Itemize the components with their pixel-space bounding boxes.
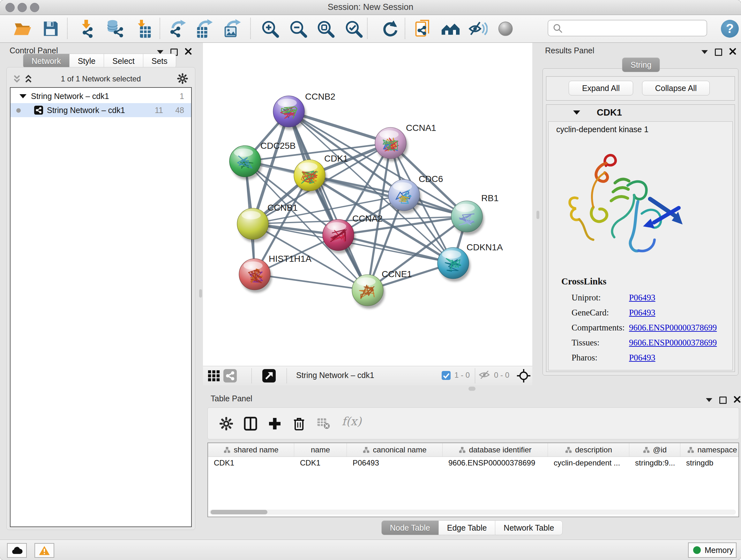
scrollbar-thumb[interactable]	[211, 510, 267, 514]
table-row[interactable]: CDK1CDK1P064939606.ENSP00000378699cyclin…	[208, 456, 738, 469]
entry-header[interactable]: CDK1	[546, 105, 735, 121]
close-panel-icon[interactable]	[185, 48, 192, 56]
expand-all-button[interactable]: Expand All	[569, 81, 633, 96]
network-options-gear-icon[interactable]	[177, 72, 189, 84]
network-node-CDK1[interactable]: CDK1	[294, 153, 348, 194]
right-splitter-handle[interactable]	[536, 211, 539, 219]
left-splitter-handle[interactable]	[199, 289, 202, 298]
tab-network[interactable]: Network	[23, 54, 70, 68]
table-cell[interactable]: stringdb:9...	[629, 456, 680, 469]
detach-view-icon[interactable]	[262, 369, 276, 382]
network-node-HIST1H1A[interactable]: HIST1H1A	[239, 254, 312, 293]
results-panel-header-icons	[701, 48, 736, 56]
string-home-button[interactable]	[441, 19, 460, 38]
import-network-file-button[interactable]	[77, 19, 96, 38]
tab-select[interactable]: Select	[104, 54, 143, 68]
delete-column-icon[interactable]	[291, 416, 307, 431]
network-node-CDKN1A[interactable]: CDKN1A	[437, 242, 503, 282]
show-columns-icon[interactable]	[243, 416, 258, 431]
horizontal-scrollbar[interactable]	[209, 509, 736, 515]
table-cell[interactable]: cyclin-dependent ...	[548, 456, 629, 469]
column-header-shared-name[interactable]: shared name	[208, 443, 294, 456]
zoom-fit-button[interactable]	[316, 19, 335, 38]
string-import-button[interactable]	[414, 19, 433, 38]
crosslink-value-link[interactable]: P06493	[629, 293, 656, 303]
hidden-nodes-eye-icon[interactable]	[479, 370, 491, 382]
column-header-description[interactable]: description	[548, 443, 629, 456]
zoom-in-button[interactable]	[260, 19, 280, 38]
crosslink-row: Compartments:9606.ENSP00000378699	[549, 321, 732, 336]
collapse-panel-icon[interactable]	[701, 50, 708, 54]
network-collection-row[interactable]: String Network – cdk1 1	[10, 89, 191, 103]
zoom-out-button[interactable]	[288, 19, 308, 38]
search-field[interactable]	[548, 20, 707, 37]
network-graph[interactable]: CCNB2CCNA1CDC25BCDK1CDC6RB1CCNB1CCNA2CDK…	[203, 43, 532, 366]
collapse-panel-icon[interactable]	[706, 398, 712, 402]
crosshair-icon[interactable]	[516, 368, 531, 383]
selected-nodes-checkbox[interactable]	[442, 371, 451, 380]
collapse-all-button[interactable]: Collapse All	[642, 81, 710, 96]
search-input[interactable]	[565, 22, 704, 35]
table-cell[interactable]: P06493	[347, 456, 443, 469]
import-network-database-button[interactable]	[105, 19, 125, 38]
crosslink-value-link[interactable]: 9606.ENSP00000378699	[629, 323, 717, 333]
collection-count: 1	[180, 91, 184, 101]
tab-string[interactable]: String	[622, 57, 660, 72]
tab-network-table[interactable]: Network Table	[495, 520, 562, 535]
memory-button[interactable]: Memory	[688, 543, 737, 558]
network-node-CCNA1[interactable]: CCNA1	[375, 123, 436, 162]
tab-node-table[interactable]: Node Table	[381, 520, 439, 535]
crosslink-value-link[interactable]: P06493	[629, 308, 656, 318]
column-header-@id[interactable]: @id	[629, 443, 680, 456]
entry-collapse-icon[interactable]	[573, 111, 580, 115]
table-options-gear-icon[interactable]	[219, 416, 234, 431]
close-panel-icon[interactable]	[734, 396, 741, 404]
zoom-selected-button[interactable]	[344, 19, 363, 38]
window-title: Session: New Session	[0, 2, 741, 12]
string-sphere-button[interactable]	[496, 19, 516, 38]
table-cell[interactable]: 9606.ENSP00000378699	[443, 456, 548, 469]
open-session-button[interactable]	[13, 19, 32, 38]
add-column-icon[interactable]	[267, 416, 282, 431]
crosslink-label: Tissues:	[571, 338, 600, 348]
network-canvas[interactable]: CCNB2CCNA1CDC25BCDK1CDC6RB1CCNB1CCNA2CDK…	[203, 43, 532, 366]
close-panel-icon[interactable]	[729, 48, 736, 56]
float-panel-icon[interactable]	[715, 49, 722, 56]
column-header-database-identifier[interactable]: database identifier	[443, 443, 548, 456]
string-hide-button[interactable]	[468, 19, 488, 38]
column-header-name[interactable]: name	[294, 443, 347, 456]
export-image-button[interactable]	[223, 19, 243, 38]
column-header-namespace[interactable]: namespace	[680, 443, 741, 456]
grid-view-icon[interactable]	[207, 369, 221, 382]
network-share-icon	[34, 106, 43, 115]
refresh-button[interactable]	[381, 19, 400, 38]
table-cell[interactable]: stringdb	[680, 456, 741, 469]
network-node-RB1[interactable]: RB1	[451, 193, 498, 235]
node-label: CCNE1	[382, 269, 412, 279]
title-bar[interactable]: Session: New Session	[0, 0, 741, 15]
crosslink-value-link[interactable]: P06493	[629, 353, 656, 363]
eye-slash-icon	[468, 19, 488, 38]
crosslink-value-link[interactable]: 9606.ENSP00000378699	[629, 338, 717, 348]
tab-sets[interactable]: Sets	[143, 54, 176, 68]
tab-style[interactable]: Style	[69, 54, 105, 68]
help-button[interactable]: ?	[721, 20, 739, 38]
save-session-button[interactable]	[41, 19, 60, 38]
export-network-button[interactable]	[169, 19, 188, 38]
float-panel-icon[interactable]	[719, 396, 727, 404]
network-share-gray-icon[interactable]	[223, 369, 237, 382]
warnings-button[interactable]	[35, 543, 54, 558]
network-row-selected[interactable]: String Network – cdk1 11 48	[10, 103, 191, 117]
tree-expand-icon[interactable]	[19, 94, 26, 98]
table-cell[interactable]: CDK1	[294, 456, 347, 469]
import-table-file-button[interactable]	[133, 19, 152, 38]
node-label: CCNA2	[352, 213, 383, 224]
column-header-canonical-name[interactable]: canonical name	[347, 443, 443, 456]
refresh-icon	[381, 19, 400, 38]
horizontal-splitter-handle[interactable]	[468, 387, 475, 391]
network-node-CDC25B[interactable]: CDC25B	[229, 141, 295, 180]
table-cell[interactable]: CDK1	[208, 456, 294, 469]
tab-edge-table[interactable]: Edge Table	[439, 520, 495, 535]
cloud-button[interactable]	[7, 543, 27, 558]
export-table-button[interactable]	[195, 19, 214, 38]
